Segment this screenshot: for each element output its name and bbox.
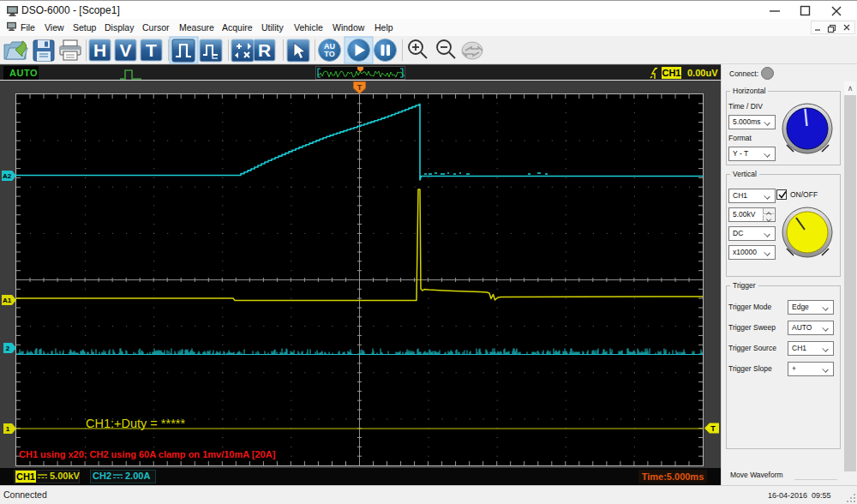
svg-text:2: 2 xyxy=(6,345,10,352)
svg-text:A1: A1 xyxy=(3,297,12,304)
svg-text:T: T xyxy=(710,424,716,433)
svg-text:T: T xyxy=(146,40,157,60)
svg-text:T: T xyxy=(357,83,363,92)
svg-text:1: 1 xyxy=(6,425,10,433)
svg-text:A2: A2 xyxy=(3,172,12,180)
svg-text:TO: TO xyxy=(324,50,334,58)
svg-text:R: R xyxy=(258,40,271,60)
svg-text:V: V xyxy=(119,40,131,60)
svg-text:H: H xyxy=(93,40,106,60)
